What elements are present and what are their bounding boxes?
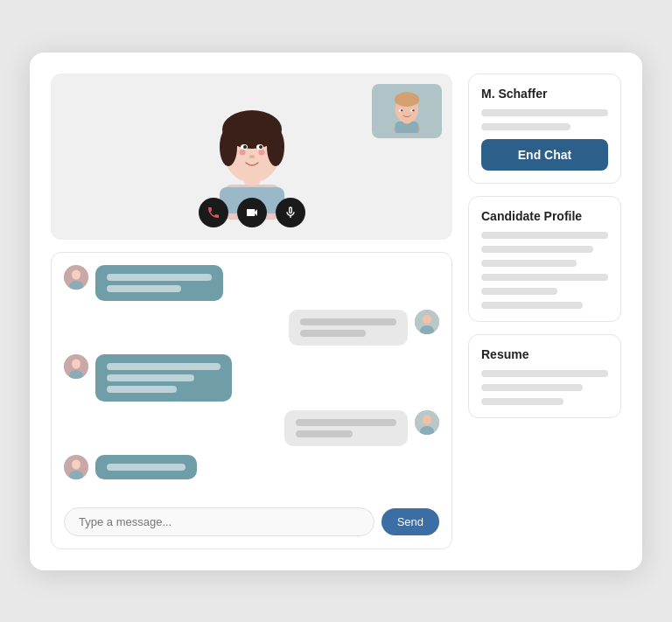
skeleton-line	[481, 302, 583, 309]
skeleton-line	[481, 246, 593, 253]
resume-card: Resume	[468, 334, 621, 418]
message-line	[107, 386, 177, 393]
contact-name: M. Schaffer	[481, 87, 608, 101]
message-line	[300, 330, 366, 337]
avatar	[64, 354, 88, 379]
message-line	[296, 419, 396, 426]
svg-point-19	[395, 92, 419, 107]
svg-point-21	[401, 108, 403, 111]
table-row	[64, 265, 439, 301]
avatar	[415, 310, 439, 334]
skeleton-line	[481, 398, 564, 405]
mute-button[interactable]	[276, 198, 305, 227]
message-line	[107, 363, 220, 370]
table-row	[64, 310, 439, 346]
chat-input-row: Send	[64, 507, 439, 536]
messages-list	[64, 265, 439, 493]
avatar	[415, 410, 439, 435]
svg-point-12	[259, 145, 262, 149]
message-bubble	[95, 354, 232, 402]
message-line	[107, 285, 181, 292]
svg-point-6	[267, 128, 284, 166]
resume-title: Resume	[481, 347, 608, 361]
skeleton-line	[481, 288, 557, 295]
skeleton-line	[481, 274, 608, 281]
video-area	[51, 73, 452, 240]
skeleton-line	[481, 123, 570, 130]
app-container: Send M. Schaffer End Chat Candidate Prof…	[30, 52, 642, 570]
svg-point-28	[423, 314, 431, 324]
svg-point-13	[249, 155, 255, 158]
end-call-button[interactable]	[199, 198, 228, 227]
video-toggle-button[interactable]	[237, 198, 267, 227]
chat-input[interactable]	[64, 507, 374, 536]
right-panel: M. Schaffer End Chat Candidate Profile R…	[468, 73, 621, 549]
svg-point-25	[72, 269, 80, 279]
message-line	[300, 318, 396, 325]
svg-point-5	[220, 128, 237, 166]
message-line	[107, 374, 194, 381]
avatar	[64, 455, 88, 479]
svg-point-31	[72, 359, 80, 368]
skeleton-line	[481, 232, 608, 239]
send-button[interactable]: Send	[382, 508, 439, 535]
message-line	[107, 274, 212, 281]
left-panel: Send	[51, 73, 452, 549]
message-bubble	[289, 310, 408, 346]
svg-point-8	[258, 150, 264, 156]
message-bubble	[95, 265, 223, 301]
table-row	[64, 455, 439, 479]
svg-point-34	[423, 415, 431, 424]
message-bubble	[284, 410, 408, 446]
message-line	[107, 464, 186, 471]
message-bubble	[95, 455, 197, 479]
end-chat-button[interactable]: End Chat	[481, 139, 608, 171]
skeleton-line	[481, 260, 577, 267]
skeleton-line	[481, 384, 583, 391]
candidate-profile-card: Candidate Profile	[468, 196, 621, 322]
contact-card: M. Schaffer End Chat	[468, 73, 621, 184]
svg-point-37	[72, 459, 80, 469]
pip-video	[372, 84, 442, 138]
table-row	[64, 354, 439, 402]
chat-area: Send	[51, 252, 452, 549]
svg-point-10	[243, 145, 247, 149]
video-controls	[199, 198, 305, 227]
svg-point-23	[412, 108, 415, 111]
table-row	[64, 410, 439, 446]
avatar	[64, 265, 88, 290]
candidate-profile-title: Candidate Profile	[481, 209, 608, 223]
skeleton-line	[481, 370, 608, 377]
svg-point-7	[239, 150, 245, 156]
message-line	[296, 430, 353, 437]
skeleton-line	[481, 109, 608, 116]
